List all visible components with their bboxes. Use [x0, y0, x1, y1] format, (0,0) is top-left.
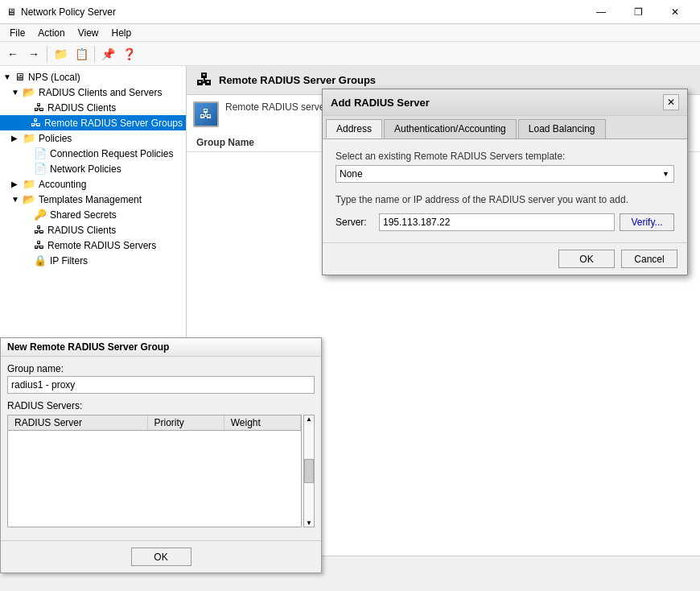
tree-label-radius-clients-servers: RADIUS Clients and Servers: [39, 87, 162, 98]
menu-action[interactable]: Action: [31, 26, 71, 40]
server-input[interactable]: [379, 213, 615, 231]
add-dialog-cancel-button[interactable]: Cancel: [621, 250, 677, 268]
tree-item-radius-clients[interactable]: 🖧 RADIUS Clients: [0, 100, 186, 115]
tree-item-remote-radius-groups[interactable]: 🖧 Remote RADIUS Server Groups: [0, 115, 186, 130]
folder-button[interactable]: 📁: [51, 44, 70, 64]
tab-address-content: Select an existing Remote RADIUS Servers…: [323, 139, 687, 242]
tree-item-policies[interactable]: ▶ 📁 Policies: [0, 130, 186, 146]
menu-help[interactable]: Help: [105, 26, 138, 40]
window-title: Network Policy Server: [21, 6, 116, 18]
tab-auth-accounting[interactable]: Authentication/Accounting: [384, 119, 517, 138]
folder-icon-4: 📂: [23, 193, 35, 205]
help-button[interactable]: 📌: [98, 44, 117, 64]
expand-accounting[interactable]: ▶: [11, 180, 23, 188]
menu-bar: File Action View Help: [0, 24, 700, 42]
minimize-button[interactable]: —: [583, 0, 620, 24]
add-radius-dialog: Add RADIUS Server ✕ Address Authenticati…: [322, 89, 688, 275]
expand-radius-clients-servers[interactable]: ▼: [11, 88, 23, 97]
radius-servers-table: RADIUS Server Priority Weight: [7, 415, 302, 527]
tree-item-radius-clients-tmpl[interactable]: 🖧 RADIUS Clients: [0, 222, 186, 238]
tab-address-label: Address: [336, 123, 372, 134]
template-select-wrapper: None: [336, 165, 674, 183]
tree-label-ip-filters: IP Filters: [50, 255, 88, 267]
tree-item-shared-secrets[interactable]: 🔑 Shared Secrets: [0, 207, 186, 222]
menu-file[interactable]: File: [3, 26, 31, 40]
template-select[interactable]: None: [336, 165, 674, 183]
tree-root[interactable]: ▼ 🖥 NPS (Local): [0, 69, 186, 85]
menu-view[interactable]: View: [72, 26, 105, 40]
scroll-down-arrow[interactable]: ▼: [306, 519, 312, 527]
scroll-thumb[interactable]: [304, 459, 314, 483]
expand-templates-mgmt[interactable]: ▼: [11, 195, 23, 204]
list-button[interactable]: 📋: [72, 44, 91, 64]
tree-item-connection-request[interactable]: 📄 Connection Request Policies: [0, 146, 186, 161]
bottom-dialog-buttons: OK: [1, 540, 321, 572]
tab-auth-accounting-label: Authentication/Accounting: [394, 123, 506, 134]
expand-root[interactable]: ▼: [3, 72, 14, 81]
tree-label-remote-radius-servers: Remote RADIUS Servers: [47, 240, 156, 251]
right-panel-title: Remote RADIUS Server Groups: [219, 74, 376, 86]
col-weight: Weight: [224, 415, 301, 430]
doc-icon-2: 📄: [34, 163, 47, 175]
doc-icon-1: 📄: [34, 147, 47, 159]
expand-policies[interactable]: ▶: [11, 134, 23, 143]
tree-item-templates-mgmt[interactable]: ▼ 📂 Templates Management: [0, 192, 186, 207]
right-panel-icon: 🖧: [196, 71, 212, 89]
radius-table-header: RADIUS Server Priority Weight: [8, 415, 301, 431]
group-name-label: Group name:: [7, 363, 315, 374]
tree-item-remote-radius-servers[interactable]: 🖧 Remote RADIUS Servers: [0, 238, 186, 253]
toolbar: ← → 📁 📋 📌 ❓: [0, 42, 700, 66]
add-dialog-close-button[interactable]: ✕: [663, 94, 679, 110]
close-button[interactable]: ✕: [657, 0, 694, 24]
server-group-icon-glyph: 🖧: [200, 107, 212, 122]
server-input-row: Server: Verify...: [336, 213, 674, 231]
tree-item-network-policies[interactable]: 📄 Network Policies: [0, 161, 186, 176]
tree-label-templates-mgmt: Templates Management: [39, 194, 142, 205]
template-select-label: Select an existing Remote RADIUS Servers…: [336, 151, 674, 162]
folder-icon-3: 📁: [23, 178, 35, 190]
key-icon: 🔑: [34, 209, 47, 221]
add-dialog-title-bar: Add RADIUS Server ✕: [323, 89, 687, 116]
tab-address[interactable]: Address: [326, 119, 382, 138]
tree-label-radius-clients: RADIUS Clients: [47, 102, 116, 114]
add-dialog-description: Type the name or IP address of the RADIU…: [336, 194, 674, 205]
server-group-icon: 🖧: [193, 101, 219, 127]
col-priority: Priority: [148, 415, 224, 430]
add-dialog-title-text: Add RADIUS Server: [331, 97, 430, 109]
tab-load-balancing[interactable]: Load Balancing: [518, 119, 606, 138]
folder-icon-1: 📂: [23, 86, 35, 98]
server-icon-1: 🖧: [34, 101, 44, 114]
tree-label-shared-secrets: Shared Secrets: [50, 209, 117, 221]
scroll-up-arrow[interactable]: ▲: [306, 415, 312, 423]
tree-label-remote-radius-groups: Remote RADIUS Server Groups: [44, 118, 183, 129]
tree-label-network-policies: Network Policies: [50, 163, 121, 175]
add-dialog-ok-button[interactable]: OK: [558, 250, 615, 268]
tab-load-balancing-label: Load Balancing: [529, 123, 595, 134]
tree-item-radius-clients-servers[interactable]: ▼ 📂 RADIUS Clients and Servers: [0, 85, 186, 100]
restore-button[interactable]: ❐: [620, 0, 657, 24]
folder-icon-2: 📁: [23, 132, 35, 144]
new-radius-group-dialog: New Remote RADIUS Server Group Group nam…: [0, 337, 322, 573]
tree-item-accounting[interactable]: ▶ 📁 Accounting: [0, 176, 186, 192]
group-name-input[interactable]: [7, 376, 315, 394]
tree-label-connection-request: Connection Request Policies: [50, 148, 173, 159]
tree-label-radius-clients-tmpl: RADIUS Clients: [47, 225, 116, 236]
server-icon-4: 🖧: [34, 239, 44, 251]
table-scrollbar[interactable]: ▲ ▼: [303, 415, 315, 527]
col-radius-server: RADIUS Server: [8, 415, 148, 430]
tree-label-accounting: Accounting: [39, 179, 86, 190]
tree-label-policies: Policies: [39, 133, 72, 144]
tree-item-ip-filters[interactable]: 🔒 IP Filters: [0, 253, 186, 268]
info-button[interactable]: ❓: [119, 44, 138, 64]
back-button[interactable]: ←: [3, 44, 23, 64]
server-icon-3: 🖧: [34, 224, 44, 236]
title-bar: 🖥 Network Policy Server — ❐ ✕: [0, 0, 700, 24]
nps-icon: 🖥: [14, 71, 25, 83]
bottom-ok-button[interactable]: OK: [131, 548, 191, 566]
app-icon: 🖥: [6, 6, 16, 18]
tree-root-label: NPS (Local): [28, 72, 80, 83]
verify-button[interactable]: Verify...: [620, 213, 674, 231]
radius-servers-label: RADIUS Servers:: [7, 400, 315, 411]
add-dialog-buttons: OK Cancel: [323, 242, 687, 275]
forward-button[interactable]: →: [24, 44, 43, 64]
